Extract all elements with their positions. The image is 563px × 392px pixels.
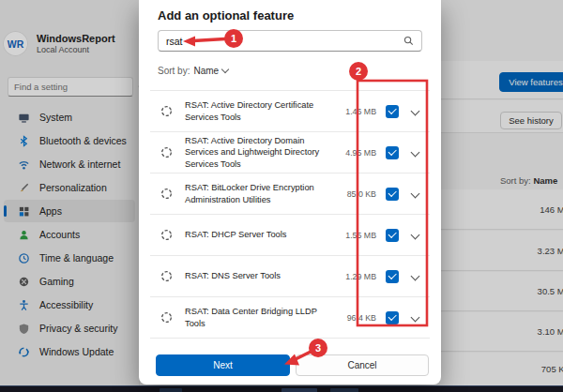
feature-checkbox[interactable] (386, 105, 399, 118)
chevron-down-icon (221, 66, 229, 73)
feature-row[interactable]: RSAT: Active Directory Domain Services a… (150, 132, 430, 173)
feature-row[interactable]: RSAT: DNS Server Tools 1.29 MB (150, 256, 430, 297)
feature-search-box[interactable] (158, 30, 422, 52)
feature-checkbox[interactable] (386, 188, 399, 201)
taskbar-app-thumb (160, 388, 182, 392)
feature-name: RSAT: Active Directory Certificate Servi… (174, 99, 331, 122)
feature-icon (160, 310, 174, 324)
feature-size: 4.95 MB (331, 148, 376, 158)
feature-size: 1.46 MB (331, 107, 376, 116)
chevron-down-icon[interactable] (411, 231, 420, 240)
chevron-down-icon[interactable] (411, 272, 420, 281)
feature-checkbox[interactable] (386, 229, 399, 242)
taskbar-app-thumb (330, 388, 358, 392)
feature-icon (160, 269, 174, 283)
feature-list: RSAT: Active Directory Certificate Servi… (150, 90, 430, 339)
chevron-down-icon[interactable] (411, 313, 420, 323)
chevron-down-icon[interactable] (411, 148, 420, 158)
feature-checkbox[interactable] (386, 311, 399, 324)
search-icon (403, 36, 421, 46)
feature-row[interactable]: RSAT: BitLocker Drive Encryption Adminis… (150, 173, 430, 215)
feature-icon (160, 228, 174, 242)
feature-name: RSAT: DHCP Server Tools (174, 229, 331, 240)
feature-size: 1.55 MB (331, 231, 376, 240)
feature-name: RSAT: BitLocker Drive Encryption Adminis… (174, 182, 331, 204)
feature-icon (160, 187, 174, 201)
feature-row[interactable]: RSAT: DHCP Server Tools 1.55 MB (150, 215, 430, 256)
next-button[interactable]: Next (156, 354, 290, 376)
taskbar[interactable] (0, 385, 563, 392)
dialog-sort-value: Name (193, 66, 219, 76)
chevron-down-icon[interactable] (411, 107, 420, 116)
feature-name: RSAT: Active Directory Domain Services a… (174, 135, 331, 169)
dialog-title: Add an optional feature (158, 8, 294, 23)
feature-size: 85.0 KB (331, 189, 376, 199)
dialog-sort-by[interactable]: Sort by: Name (158, 66, 228, 76)
cancel-button-label: Cancel (347, 360, 376, 370)
dialog-sort-prefix: Sort by: (158, 66, 190, 76)
feature-name: RSAT: DNS Server Tools (174, 270, 331, 281)
feature-checkbox[interactable] (386, 146, 399, 159)
taskbar-app-thumb (282, 388, 317, 392)
feature-row[interactable]: RSAT: Data Center Bridging LLDP Tools 96… (150, 297, 430, 339)
add-optional-feature-dialog: Add an optional feature Sort by: Name RS… (139, 0, 441, 384)
feature-size: 1.29 MB (331, 272, 376, 281)
cancel-button[interactable]: Cancel (296, 354, 429, 376)
feature-search-input[interactable] (159, 35, 403, 48)
feature-icon (160, 104, 174, 118)
feature-icon (160, 145, 174, 159)
feature-size: 96.4 KB (331, 313, 376, 323)
chevron-down-icon[interactable] (411, 189, 420, 199)
feature-checkbox[interactable] (386, 270, 399, 283)
feature-row[interactable]: RSAT: Active Directory Certificate Servi… (150, 91, 430, 132)
feature-name: RSAT: Data Center Bridging LLDP Tools (174, 306, 331, 328)
next-button-label: Next (213, 360, 233, 370)
